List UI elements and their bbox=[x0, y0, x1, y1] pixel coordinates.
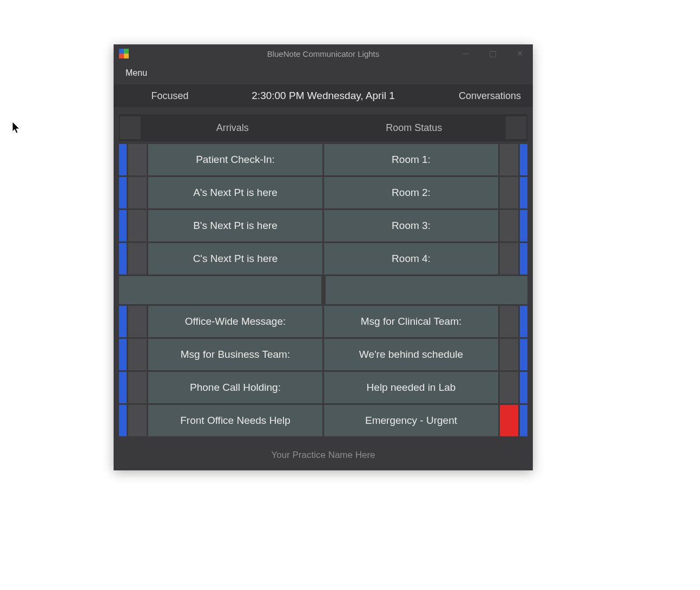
minimize-button[interactable]: ─ bbox=[458, 49, 473, 58]
left-stripe-indicator[interactable] bbox=[119, 306, 127, 337]
left-mini-button[interactable] bbox=[128, 144, 147, 175]
message-light[interactable]: Msg for Business Team: bbox=[148, 339, 322, 370]
left-mini-button[interactable] bbox=[128, 210, 147, 241]
right-mini-button[interactable] bbox=[500, 144, 518, 175]
left-stripe-indicator[interactable] bbox=[119, 372, 127, 403]
room-light[interactable]: Room 1: bbox=[324, 144, 498, 175]
light-row: Phone Call Holding: Help needed in Lab bbox=[117, 372, 530, 403]
right-stripe-indicator[interactable] bbox=[520, 210, 527, 241]
header-right-edge[interactable] bbox=[506, 116, 526, 139]
arrival-light[interactable]: C's Next Pt is here bbox=[148, 243, 322, 274]
light-row: Front Office Needs Help Emergency - Urge… bbox=[117, 405, 530, 436]
message-light[interactable]: Front Office Needs Help bbox=[148, 405, 322, 436]
column-header-row: Arrivals Room Status bbox=[119, 114, 527, 141]
message-light[interactable]: Office-Wide Message: bbox=[148, 306, 322, 337]
focused-tab[interactable]: Focused bbox=[121, 90, 219, 102]
message-light[interactable]: Msg for Clinical Team: bbox=[324, 306, 498, 337]
right-mini-button[interactable] bbox=[500, 243, 518, 274]
datetime-display: 2:30:00 PM Wednesday, April 1 bbox=[219, 90, 428, 102]
left-stripe-indicator[interactable] bbox=[119, 405, 127, 436]
emergency-light[interactable]: Emergency - Urgent bbox=[324, 405, 498, 436]
left-stripe-indicator[interactable] bbox=[119, 144, 127, 175]
arrivals-header: Arrivals bbox=[142, 122, 323, 134]
room-light[interactable]: Room 2: bbox=[324, 177, 498, 208]
message-light[interactable]: Phone Call Holding: bbox=[148, 372, 322, 403]
light-row: Msg for Business Team: We're behind sche… bbox=[117, 339, 530, 370]
message-light[interactable]: We're behind schedule bbox=[324, 339, 498, 370]
left-mini-button[interactable] bbox=[128, 339, 147, 370]
app-logo-icon bbox=[119, 49, 129, 58]
conversations-tab[interactable]: Conversations bbox=[428, 90, 525, 102]
right-mini-button[interactable] bbox=[500, 339, 518, 370]
right-mini-button[interactable] bbox=[500, 210, 518, 241]
room-light[interactable]: Room 3: bbox=[324, 210, 498, 241]
arrival-light[interactable]: A's Next Pt is here bbox=[148, 177, 322, 208]
arrival-light[interactable]: Patient Check-In: bbox=[148, 144, 322, 175]
menu-button[interactable]: Menu bbox=[114, 63, 533, 84]
right-mini-button-emergency[interactable] bbox=[500, 405, 518, 436]
right-stripe-indicator[interactable] bbox=[520, 177, 527, 208]
light-row: Patient Check-In: Room 1: bbox=[117, 144, 530, 175]
separator-row bbox=[119, 276, 527, 304]
message-light[interactable]: Help needed in Lab bbox=[324, 372, 498, 403]
right-stripe-indicator[interactable] bbox=[520, 405, 527, 436]
left-mini-button[interactable] bbox=[128, 177, 147, 208]
maximize-button[interactable]: ▢ bbox=[485, 49, 500, 58]
right-mini-button[interactable] bbox=[500, 372, 518, 403]
right-stripe-indicator[interactable] bbox=[520, 144, 527, 175]
left-stripe-indicator[interactable] bbox=[119, 210, 127, 241]
left-stripe-indicator[interactable] bbox=[119, 177, 127, 208]
right-stripe-indicator[interactable] bbox=[520, 372, 527, 403]
window-controls: ─ ▢ ✕ bbox=[458, 49, 527, 58]
room-light[interactable]: Room 4: bbox=[324, 243, 498, 274]
left-mini-button[interactable] bbox=[128, 405, 147, 436]
blank-cell-left[interactable] bbox=[119, 276, 321, 304]
mouse-cursor-icon bbox=[12, 122, 22, 135]
info-bar: Focused 2:30:00 PM Wednesday, April 1 Co… bbox=[114, 84, 533, 107]
light-row: B's Next Pt is here Room 3: bbox=[117, 210, 530, 241]
light-row: Office-Wide Message: Msg for Clinical Te… bbox=[117, 306, 530, 337]
arrival-light[interactable]: B's Next Pt is here bbox=[148, 210, 322, 241]
right-mini-button[interactable] bbox=[500, 177, 518, 208]
left-stripe-indicator[interactable] bbox=[119, 339, 127, 370]
lights-grid: Arrivals Room Status Patient Check-In: R… bbox=[114, 107, 533, 441]
close-button[interactable]: ✕ bbox=[512, 49, 527, 58]
practice-name-footer: Your Practice Name Here bbox=[114, 441, 533, 470]
blank-cell-right[interactable] bbox=[326, 276, 528, 304]
right-mini-button[interactable] bbox=[500, 306, 518, 337]
titlebar: BlueNote Communicator Lights ─ ▢ ✕ bbox=[114, 44, 533, 63]
left-stripe-indicator[interactable] bbox=[119, 243, 127, 274]
left-mini-button[interactable] bbox=[128, 306, 147, 337]
light-row: C's Next Pt is here Room 4: bbox=[117, 243, 530, 274]
right-stripe-indicator[interactable] bbox=[520, 339, 527, 370]
right-stripe-indicator[interactable] bbox=[520, 306, 527, 337]
left-mini-button[interactable] bbox=[128, 372, 147, 403]
header-left-edge[interactable] bbox=[120, 116, 141, 139]
left-mini-button[interactable] bbox=[128, 243, 147, 274]
app-window: BlueNote Communicator Lights ─ ▢ ✕ Menu … bbox=[114, 44, 533, 470]
light-row: A's Next Pt is here Room 2: bbox=[117, 177, 530, 208]
right-stripe-indicator[interactable] bbox=[520, 243, 527, 274]
room-status-header: Room Status bbox=[323, 122, 505, 134]
